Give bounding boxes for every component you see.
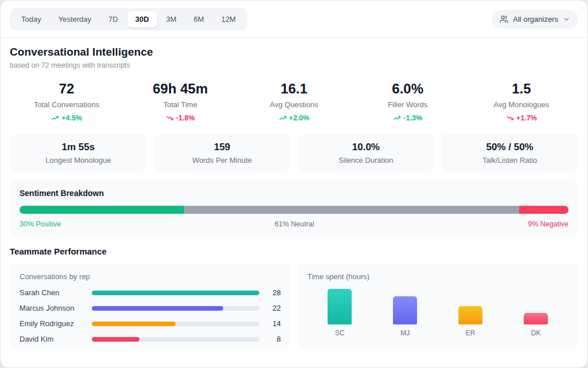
- stat-change-text: +4.5%: [61, 114, 82, 122]
- panel-title: Time spent (hours): [307, 272, 569, 281]
- sentiment-title: Sentiment Breakdown: [20, 189, 568, 198]
- sentiment-negative-segment: [519, 206, 568, 214]
- stat-change: -1.8%: [166, 114, 195, 122]
- rep-row-sarah-chen: Sarah Chen 28: [20, 288, 281, 297]
- rep-row-david-kim: David Kim 8: [20, 335, 281, 343]
- rep-name: David Kim: [20, 335, 86, 343]
- card-label: Talk/Listen Ratio: [447, 156, 573, 165]
- date-range-segmented-control: Today Yesterday 7D 30D 3M 6M 12M: [10, 8, 247, 30]
- rep-row-marcus-johnson: Marcus Johnson 22: [20, 304, 281, 312]
- rep-bar-track: [92, 306, 259, 311]
- bar-sc: [328, 289, 352, 324]
- trend-up-icon: [393, 114, 401, 122]
- sentiment-positive-segment: [20, 206, 184, 214]
- stat-avg-questions: 16.1 Avg Questions +2.0%: [237, 81, 351, 124]
- organizer-filter-dropdown[interactable]: All organizers: [492, 10, 578, 29]
- bar-label-er: ER: [438, 329, 503, 337]
- rep-bar-track: [92, 337, 259, 342]
- range-button-today[interactable]: Today: [13, 11, 49, 28]
- card-value: 50% / 50%: [447, 142, 573, 153]
- stat-label: Total Time: [123, 100, 237, 109]
- conversations-by-rep-panel: Conversations by rep Sarah Chen 28 Marcu…: [10, 264, 291, 348]
- sentiment-labels: 30% Positive 61% Neutral 9% Negative: [20, 220, 568, 228]
- stat-avg-monologues: 1.5 Avg Monologues +1.7%: [465, 81, 578, 124]
- sentiment-negative-label: 9% Negative: [528, 220, 568, 228]
- rep-name: Marcus Johnson: [20, 304, 86, 312]
- range-button-12m[interactable]: 12M: [213, 11, 244, 28]
- rep-bar-track: [92, 322, 259, 326]
- sentiment-stacked-bar: [20, 206, 568, 214]
- rep-bar-fill: [92, 291, 259, 295]
- teammate-cards-row: Conversations by rep Sarah Chen 28 Marcu…: [10, 264, 578, 348]
- time-spent-panel: Time spent (hours) SC MJ ER DK: [298, 264, 579, 348]
- card-value: 159: [159, 142, 285, 153]
- stat-label: Filler Words: [351, 100, 465, 109]
- card-silence-duration: 10.0% Silence Duration: [298, 134, 435, 172]
- trend-up-icon: [279, 114, 287, 122]
- stat-total-conversations: 72 Total Conversations +4.5%: [10, 81, 123, 124]
- stat-change: +1.7%: [506, 114, 537, 122]
- stat-value: 6.0%: [351, 81, 465, 97]
- page-title: Conversational Intelligence: [10, 46, 578, 58]
- panel-title: Conversations by rep: [20, 272, 281, 281]
- rep-bar-fill: [92, 306, 223, 311]
- rep-bar-track: [92, 291, 259, 295]
- stat-value: 72: [10, 81, 123, 97]
- rep-name: Emily Rodriguez: [20, 319, 86, 328]
- stat-change-text: -1.3%: [403, 114, 422, 122]
- card-label: Words Per Minute: [159, 156, 285, 165]
- stat-label: Avg Questions: [237, 100, 351, 109]
- range-button-6m[interactable]: 6M: [186, 11, 212, 28]
- rep-value: 22: [265, 304, 281, 312]
- stat-change: +2.0%: [279, 114, 310, 122]
- sentiment-neutral-label: 61% Neutral: [275, 220, 314, 228]
- teammate-performance-title: Teammate Performance: [10, 246, 578, 256]
- stat-filler-words: 6.0% Filler Words -1.3%: [351, 81, 465, 124]
- range-button-7d[interactable]: 7D: [100, 11, 126, 28]
- stat-value: 69h 45m: [123, 81, 237, 97]
- organizer-filter-label: All organizers: [513, 15, 558, 24]
- bar-label-dk: DK: [503, 329, 568, 337]
- toolbar: Today Yesterday 7D 30D 3M 6M 12M All org…: [1, 1, 587, 37]
- stat-value: 16.1: [237, 81, 351, 97]
- primary-stats-row: 72 Total Conversations +4.5% 69h 45m Tot…: [10, 81, 578, 124]
- range-button-30d[interactable]: 30D: [127, 11, 157, 28]
- stat-change: -1.3%: [393, 114, 422, 122]
- bar-er: [458, 306, 482, 324]
- stat-label: Total Conversations: [10, 100, 123, 109]
- dashboard-page: Today Yesterday 7D 30D 3M 6M 12M All org…: [0, 0, 588, 368]
- page-subtitle: based on 72 meetings with transcripts: [10, 61, 578, 69]
- rep-value: 14: [265, 319, 281, 328]
- trend-down-icon: [166, 114, 174, 122]
- rep-value: 28: [265, 288, 281, 297]
- trend-down-icon: [506, 114, 514, 122]
- rep-bar-fill: [92, 322, 176, 326]
- bar-dk: [524, 313, 548, 324]
- rep-row-emily-rodriguez: Emily Rodriguez 14: [20, 319, 281, 328]
- chevron-down-icon: [563, 15, 570, 23]
- rep-name: Sarah Chen: [20, 288, 86, 297]
- trend-up-icon: [51, 114, 59, 122]
- card-label: Longest Monologue: [15, 156, 141, 165]
- stat-change-text: +1.7%: [516, 114, 537, 122]
- card-value: 1m 55s: [15, 142, 141, 153]
- sentiment-neutral-segment: [184, 206, 519, 214]
- stat-change-text: -1.8%: [176, 114, 195, 122]
- rep-bar-list: Sarah Chen 28 Marcus Johnson 22: [20, 288, 281, 343]
- rep-value: 8: [265, 335, 281, 343]
- time-spent-bar-chart: [307, 285, 569, 324]
- bar-label-mj: MJ: [372, 329, 438, 337]
- card-value: 10.0%: [303, 142, 429, 153]
- bar-mj: [393, 296, 417, 324]
- sentiment-positive-label: 30% Positive: [20, 220, 61, 228]
- range-button-yesterday[interactable]: Yesterday: [50, 11, 99, 28]
- stat-value: 1.5: [465, 81, 578, 97]
- bar-label-sc: SC: [307, 329, 373, 337]
- stat-label: Avg Monologues: [465, 100, 578, 109]
- card-talk-listen-ratio: 50% / 50% Talk/Listen Ratio: [441, 134, 578, 172]
- stat-change-text: +2.0%: [289, 114, 310, 122]
- card-label: Silence Duration: [303, 156, 429, 165]
- secondary-stats-row: 1m 55s Longest Monologue 159 Words Per M…: [10, 134, 578, 172]
- stat-change: +4.5%: [51, 114, 82, 122]
- range-button-3m[interactable]: 3M: [158, 11, 185, 28]
